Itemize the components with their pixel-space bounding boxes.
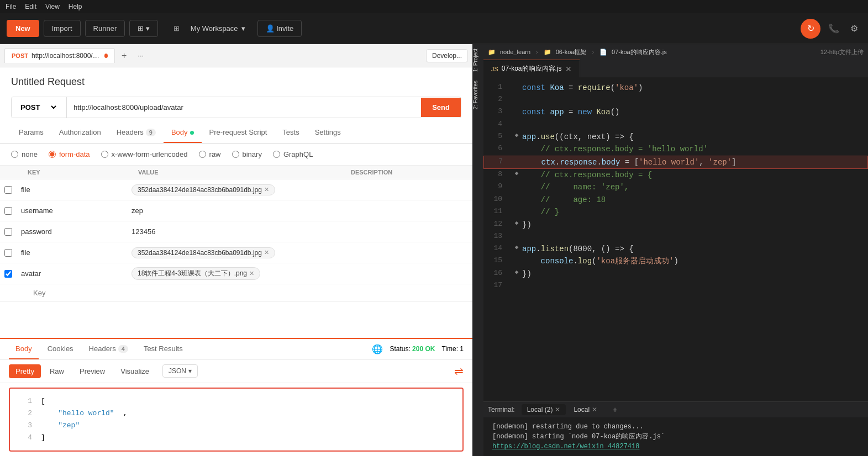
toolbar-right: ↻ 📞 ⚙ [801, 19, 861, 39]
tab-params[interactable]: Params [11, 123, 51, 143]
project-strip-label[interactable]: 1: Project [472, 44, 483, 76]
radio-form-data[interactable]: form-data [49, 150, 90, 158]
terminal-link[interactable]: https://blog.csdn.net/weixin_44827418 [492, 443, 639, 450]
settings-icon[interactable]: ⚙ [847, 20, 861, 37]
layout-button[interactable]: ⊞ ▾ [129, 20, 158, 37]
workspace-button[interactable]: My Workspace ▾ [183, 20, 253, 36]
request-section: Untitled Request POST GET PUT DELETE Sen… [0, 67, 472, 118]
format-select[interactable]: JSON ▾ [162, 364, 198, 378]
close-terminal-tab-2-icon[interactable]: ✕ [592, 406, 597, 413]
row-checkbox-1[interactable] [0, 183, 17, 197]
editor-line-16: 16 ◆ }) [483, 268, 868, 280]
tab-authorization[interactable]: Authorization [51, 123, 109, 143]
close-tab-icon[interactable]: ✕ [565, 65, 572, 73]
url-bar: POST GET PUT DELETE Send [11, 97, 461, 118]
send-button[interactable]: Send [421, 98, 461, 117]
add-tab-button[interactable]: + [117, 49, 131, 63]
inactive-file-tab: 12-http文件上传 [820, 48, 864, 56]
tab-pre-request-script[interactable]: Pre-request Script [202, 123, 275, 143]
more-tabs-button[interactable]: ··· [133, 49, 148, 62]
vscode-tab-active[interactable]: JS 07-koa的响应内容.js ✕ [483, 60, 580, 77]
import-button[interactable]: Import [44, 20, 81, 37]
left-panel: POST http://localhost:8000/upload/... + … [0, 44, 472, 456]
row-desc-3 [362, 229, 472, 235]
format-label: JSON [169, 367, 186, 375]
chevron-down-icon: ▾ [188, 367, 192, 375]
close-terminal-tab-icon[interactable]: ✕ [555, 406, 560, 413]
remove-file-3[interactable]: ✕ [249, 270, 254, 277]
menu-edit[interactable]: Edit [25, 3, 36, 10]
col-checkbox [11, 169, 28, 176]
fmt-tab-visualize[interactable]: Visualize [114, 364, 156, 378]
terminal-tabs: Local (2) ✕ Local ✕ [522, 404, 603, 415]
resp-tab-test-results[interactable]: Test Results [137, 339, 190, 359]
response-section: Body Cookies Headers4 Test Results 🌐 Sta… [0, 338, 472, 456]
row-checkbox-3[interactable] [0, 225, 17, 239]
resp-tab-cookies[interactable]: Cookies [41, 339, 80, 359]
environment-selector[interactable]: Develop... [426, 49, 468, 62]
side-strip: 1: Project 2: Favorites [472, 44, 483, 456]
radio-graphql[interactable]: GraphQL [273, 150, 313, 158]
remove-file-1[interactable]: ✕ [264, 186, 269, 193]
sync-icon: ↻ [807, 23, 814, 34]
tab-tests[interactable]: Tests [275, 123, 307, 143]
remove-file-2[interactable]: ✕ [264, 249, 269, 256]
terminal-tab-local[interactable]: Local ✕ [568, 404, 603, 415]
tab-headers[interactable]: Headers9 [109, 123, 164, 143]
row-desc-2 [362, 208, 472, 214]
url-input[interactable] [67, 98, 421, 117]
editor-line-15: 15 console.log('koa服务器启动成功') [483, 255, 868, 267]
terminal-label: Terminal: [488, 406, 515, 413]
resp-tab-body[interactable]: Body [9, 339, 39, 359]
editor-line-17: 17 [483, 280, 868, 292]
radio-none[interactable]: none [11, 150, 38, 158]
new-key-input[interactable] [33, 289, 144, 297]
invite-button[interactable]: 👤 Invite [257, 20, 302, 37]
menu-view[interactable]: View [45, 3, 60, 10]
fmt-tab-pretty[interactable]: Pretty [9, 364, 41, 378]
editor-line-13: 13 [483, 231, 868, 243]
row-desc-4 [362, 250, 472, 256]
editor-line-10: 10 // age: 18 [483, 194, 868, 206]
resp-tab-headers[interactable]: Headers4 [82, 339, 135, 359]
fmt-tab-raw[interactable]: Raw [43, 364, 71, 378]
row-value-5: 18软件工程4-3班课表（大二下）.png ✕ [127, 264, 362, 283]
row-checkbox-4[interactable] [0, 246, 17, 260]
radio-raw[interactable]: raw [199, 150, 221, 158]
menu-help[interactable]: Help [69, 3, 82, 10]
row-desc-1 [362, 187, 472, 193]
code-line-2: 2 "hello world", [21, 407, 451, 420]
col-key: KEY [28, 169, 138, 176]
sync-button[interactable]: ↻ [801, 19, 820, 39]
globe-icon: 🌐 [372, 344, 383, 354]
breadcrumb-file-icon: 📄 [599, 49, 607, 56]
tab-body[interactable]: Body [164, 123, 202, 143]
phone-icon[interactable]: 📞 [825, 20, 843, 37]
terminal-tab-local-2[interactable]: Local (2) ✕ [522, 404, 566, 415]
radio-binary[interactable]: binary [232, 150, 262, 158]
response-status: 🌐 Status: 200 OK Time: 1 [372, 344, 464, 354]
chevron-down-icon: ▾ [241, 24, 245, 33]
time-text: Time: 1 [441, 345, 464, 353]
row-checkbox-5[interactable] [0, 267, 17, 281]
vscode-terminal-bar: Terminal: Local (2) ✕ Local ✕ + [483, 401, 868, 417]
new-button[interactable]: New [7, 20, 39, 37]
terminal-output: [nodemon] restarting due to changes... [… [483, 417, 868, 456]
radio-urlencoded[interactable]: x-www-form-urlencoded [101, 150, 188, 158]
breadcrumb-sep-2: › [592, 49, 594, 55]
file-chip-3: 18软件工程4-3班课表（大二下）.png ✕ [131, 267, 260, 280]
tab-settings[interactable]: Settings [307, 123, 349, 143]
active-request-tab[interactable]: POST http://localhost:8000/upload/... [4, 48, 115, 63]
menu-file[interactable]: File [6, 3, 16, 10]
fmt-tab-preview[interactable]: Preview [73, 364, 112, 378]
add-terminal-button[interactable]: + [609, 404, 620, 415]
favorites-strip-label[interactable]: 2: Favorites [472, 76, 483, 114]
row-checkbox-2[interactable] [0, 204, 17, 218]
editor-line-8: 8 ◆ // ctx.response.body = { [483, 169, 868, 181]
wrap-button[interactable]: ⇌ [454, 364, 464, 378]
method-select-dropdown[interactable]: POST GET PUT DELETE [18, 103, 58, 112]
method-selector[interactable]: POST GET PUT DELETE [12, 97, 67, 118]
terminal-line-2: [nodemon] starting `node 07-koa的响应内容.js` [492, 432, 859, 442]
editor-line-4: 4 [483, 119, 868, 131]
runner-button[interactable]: Runner [85, 20, 125, 37]
